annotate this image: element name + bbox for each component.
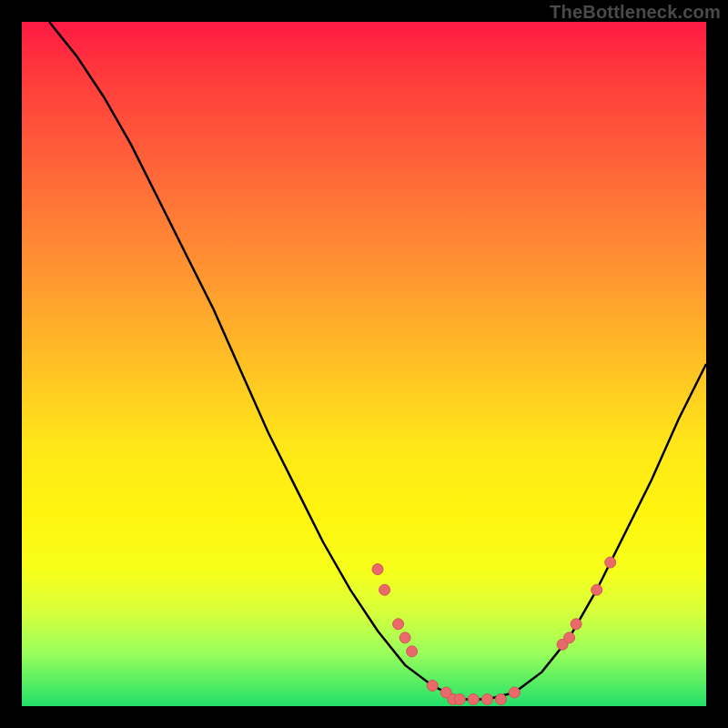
- data-point: [564, 632, 575, 643]
- data-point: [509, 687, 520, 698]
- data-point: [454, 694, 465, 705]
- chart-svg: [22, 22, 706, 706]
- data-point: [379, 584, 390, 595]
- bottleneck-curve: [49, 22, 706, 700]
- data-point: [468, 694, 479, 705]
- chart-container: TheBottleneck.com: [0, 0, 728, 728]
- data-point: [399, 632, 410, 643]
- data-point: [605, 557, 616, 568]
- data-points-group: [372, 557, 616, 704]
- data-point: [407, 646, 418, 657]
- data-point: [592, 584, 602, 595]
- plot-area: [22, 22, 706, 706]
- data-point: [495, 694, 506, 705]
- data-point: [393, 619, 404, 630]
- watermark-text: TheBottleneck.com: [550, 2, 721, 23]
- data-point: [427, 680, 438, 691]
- data-point: [571, 619, 581, 630]
- data-point: [372, 564, 383, 575]
- data-point: [481, 694, 492, 705]
